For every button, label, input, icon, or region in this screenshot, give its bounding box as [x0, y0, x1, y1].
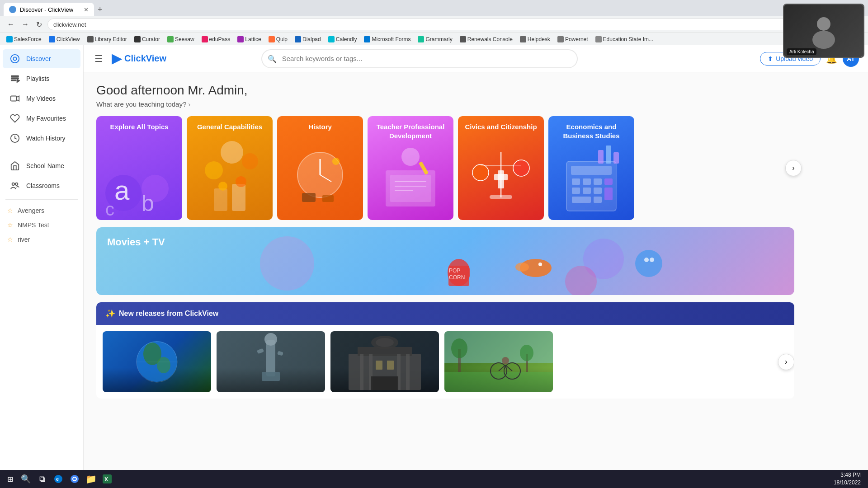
video-card-2[interactable] [217, 331, 325, 392]
bookmark-education[interactable]: Education State Im... [593, 35, 656, 43]
topic-card-teacher[interactable]: Teacher Professional Development [368, 116, 453, 220]
bookmark-clickview[interactable]: ClickView [46, 35, 83, 43]
upload-icon: ⬆ [768, 55, 773, 62]
sidebar-item-classrooms[interactable]: Classrooms [3, 176, 80, 195]
svg-point-10 [15, 183, 18, 186]
svg-rect-78 [262, 372, 280, 381]
video-card-3[interactable] [330, 331, 439, 392]
svg-rect-27 [322, 195, 334, 202]
bookmark-favicon [557, 36, 564, 42]
teaching-today-link[interactable]: What are you teaching today? › [96, 100, 794, 108]
sidebar-item-playlists[interactable]: Playlists [3, 69, 80, 88]
star-icon: ☆ [7, 221, 13, 229]
bookmark-favicon [167, 36, 174, 42]
bookmark-calendly[interactable]: Calendly [326, 35, 360, 43]
svg-point-9 [12, 183, 14, 186]
sidebar-playlist-nmps[interactable]: ☆ NMPS Test [0, 218, 83, 232]
topic-card-civics[interactable]: Civics and Citizenship [458, 116, 544, 220]
thumbnail-illustration [103, 331, 211, 392]
svg-rect-52 [604, 188, 613, 200]
bookmark-powernet[interactable]: Powernet [555, 35, 591, 43]
greeting-text: Good afternoon Mr. Admin, [96, 83, 794, 98]
svg-rect-90 [387, 361, 394, 370]
bookmark-seesaw[interactable]: Seesaw [165, 35, 197, 43]
taskbar-taskview-button[interactable]: ⧉ [35, 472, 49, 486]
sidebar-item-my-favourites[interactable]: My Favourites [3, 109, 80, 128]
bookmark-dialpad[interactable]: Dialpad [292, 35, 324, 43]
taskbar-excel-button[interactable]: X [100, 472, 114, 486]
video-card-4[interactable] [444, 331, 553, 392]
bookmark-salesforce[interactable]: SalesForce [4, 35, 44, 43]
sidebar-item-school-name[interactable]: School Name [3, 156, 80, 175]
topic-card-general[interactable]: General Capabilities [187, 116, 273, 220]
tab-close-icon[interactable]: ✕ [84, 6, 89, 13]
svg-rect-56 [606, 145, 611, 164]
taskbar-explorer-button[interactable]: 📁 [84, 472, 98, 486]
topics-next-button[interactable]: › [785, 160, 802, 176]
browser-bar: ← → ↻ clickview.net [0, 16, 868, 33]
video-card-1[interactable] [103, 331, 211, 392]
taskbar-chrome-button[interactable] [67, 472, 82, 486]
sidebar-item-discover[interactable]: Discover [3, 49, 80, 68]
svg-point-58 [448, 259, 470, 286]
forward-button[interactable]: → [20, 19, 31, 30]
bookmark-helpdesk[interactable]: Helpdesk [517, 35, 553, 43]
reload-button[interactable]: ↻ [34, 19, 44, 31]
svg-rect-89 [376, 361, 382, 370]
active-tab[interactable]: Discover - ClickView ✕ [4, 3, 94, 16]
search-input[interactable] [261, 49, 578, 68]
videos-next-button[interactable]: › [778, 354, 794, 370]
topic-card-economics[interactable]: Economics and Business Studies [548, 116, 634, 220]
topbar: ☰ ▶ ClickView 🔍 ⬆ Upload video 🔔 AT [84, 45, 868, 72]
bookmark-edupass[interactable]: eduPass [199, 35, 233, 43]
svg-point-16 [221, 141, 243, 164]
movies-tv-banner[interactable]: Movies + TV POP CORN [96, 227, 794, 295]
svg-point-1 [13, 57, 16, 60]
svg-rect-79 [257, 348, 264, 354]
topic-card-history[interactable]: History [277, 116, 363, 220]
taskbar-search-button[interactable]: 🔍 [19, 472, 33, 486]
clock-time: 3:48 PM [834, 471, 861, 479]
svg-point-62 [520, 259, 552, 277]
bookmark-label: Helpdesk [528, 36, 550, 42]
video-thumbnails-row: › [96, 325, 794, 399]
back-button[interactable]: ← [5, 19, 16, 30]
svg-rect-40 [490, 195, 512, 199]
topic-card-explore[interactable]: Explore All Topics a b c [96, 116, 182, 220]
chevron-right-icon: › [188, 100, 190, 108]
sidebar-item-my-videos[interactable]: My Videos [3, 89, 80, 108]
svg-rect-44 [571, 166, 612, 175]
sidebar-playlist-avengers[interactable]: ☆ Avengers [0, 203, 83, 218]
bookmark-msforms[interactable]: Microsoft Forms [361, 35, 413, 43]
new-tab-button[interactable]: + [94, 3, 106, 16]
topic-card-illustration [187, 116, 273, 220]
svg-text:POP: POP [449, 267, 460, 274]
topic-cards-row: Explore All Topics a b c General Capabil… [96, 116, 794, 220]
sidebar-item-watch-history[interactable]: Watch History [3, 129, 80, 148]
hamburger-button[interactable]: ☰ [93, 52, 104, 66]
bookmark-lattice[interactable]: Lattice [235, 35, 264, 43]
bookmark-favicon [202, 36, 208, 42]
svg-point-18 [242, 153, 258, 169]
logo[interactable]: ▶ ClickView [112, 51, 166, 66]
sidebar-playlist-river[interactable]: ☆ river [0, 232, 83, 247]
topic-card-illustration [277, 116, 363, 220]
svg-point-104 [812, 31, 835, 49]
svg-point-70 [650, 258, 654, 262]
start-button[interactable]: ⊞ [4, 473, 17, 485]
taskbar-edge-button[interactable]: e [51, 472, 66, 486]
bookmark-renewals[interactable]: Renewals Console [457, 35, 515, 43]
browser-tabs: Discover - ClickView ✕ + [0, 0, 868, 16]
bookmark-curator[interactable]: Curator [132, 35, 163, 43]
school-icon [10, 161, 20, 171]
svg-rect-91 [371, 376, 398, 390]
taskbar-clock: 3:48 PM 18/10/2022 [830, 471, 864, 487]
svg-rect-46 [583, 178, 591, 185]
bookmark-quip[interactable]: Quip [266, 35, 290, 43]
svg-point-22 [236, 176, 246, 187]
svg-rect-80 [277, 351, 283, 356]
new-releases-banner[interactable]: ✨ New releases from ClickView [96, 302, 794, 325]
bookmark-grammarly[interactable]: Grammarly [415, 35, 455, 43]
bookmark-library[interactable]: Library Editor [85, 35, 130, 43]
address-bar[interactable]: clickview.net [47, 19, 863, 30]
